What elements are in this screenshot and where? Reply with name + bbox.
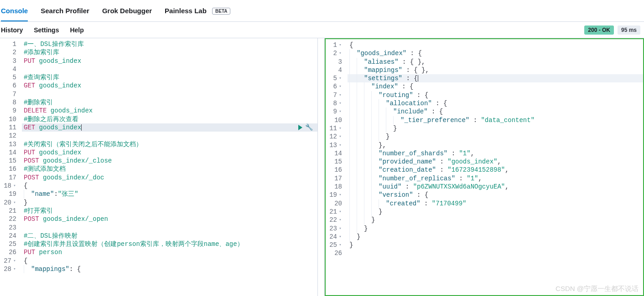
code-line[interactable]: }: [22, 199, 317, 207]
response-line: "settings" : {: [348, 74, 643, 82]
gutter-line: 14: [326, 149, 342, 158]
gutter-line: 21: [0, 207, 16, 215]
gutter-line: 13: [0, 140, 16, 148]
code-line[interactable]: #一、DSL操作索引库: [22, 40, 317, 48]
code-line[interactable]: #查询索引库: [22, 73, 317, 82]
gutter-line: 5: [0, 73, 16, 82]
response-line: "version" : {: [348, 191, 643, 199]
fold-icon[interactable]: ▾: [338, 49, 342, 57]
fold-icon[interactable]: ▾: [338, 99, 342, 107]
request-editor[interactable]: 123456789101112131415161718▾1920▾2122232…: [0, 38, 317, 296]
code-line[interactable]: PUT goods_index: [22, 148, 317, 157]
response-line: "aliases" : { },: [348, 58, 643, 66]
fold-icon[interactable]: ▾: [13, 265, 16, 273]
code-line[interactable]: "mappings": {: [22, 265, 317, 273]
status-group: 200 - OK 95 ms: [584, 26, 644, 35]
code-line[interactable]: POST goods_index/_close: [22, 157, 317, 165]
response-line: "number_of_shards" : "1",: [348, 149, 643, 158]
gutter-line: 7▾: [326, 91, 342, 99]
beta-badge: BETA: [212, 8, 230, 15]
response-line: "number_of_replicas" : "1",: [348, 174, 643, 183]
code-line[interactable]: #二、DSL操作映射: [22, 232, 317, 240]
fold-icon[interactable]: ▾: [338, 241, 342, 249]
pane-divider[interactable]: [317, 38, 325, 296]
code-line[interactable]: #删除索引: [22, 98, 317, 107]
code-line[interactable]: #删除之后再次查看: [22, 115, 317, 123]
code-line[interactable]: #关闭索引（索引关闭之后不能添加文档）: [22, 140, 317, 148]
tab-painless-label: Painless Lab: [165, 7, 207, 15]
gutter-line: 4: [0, 65, 16, 73]
fold-icon[interactable]: ▾: [338, 82, 342, 91]
editor-code[interactable]: #一、DSL操作索引库#添加索引库PUT goods_index#查询索引库GE…: [20, 38, 317, 296]
gutter-line: 3: [326, 58, 342, 66]
gutter-line: 24: [0, 232, 16, 240]
wrench-icon[interactable]: 🔧: [305, 123, 313, 132]
gutter-line: 25▾: [326, 241, 342, 249]
gutter-line: 24▾: [326, 233, 342, 241]
fold-icon[interactable]: ▾: [338, 233, 342, 241]
code-line[interactable]: [22, 132, 317, 140]
code-line[interactable]: POST goods_index/_doc: [22, 174, 317, 182]
fold-icon[interactable]: ▾: [13, 257, 16, 265]
gutter-line: 23▾: [326, 225, 342, 233]
fold-icon[interactable]: ▾: [338, 225, 342, 233]
code-line[interactable]: [22, 90, 317, 98]
code-line[interactable]: GET goods_index: [22, 82, 317, 90]
code-line[interactable]: #打开索引: [22, 207, 317, 215]
gutter-line: 23: [0, 224, 16, 232]
code-line[interactable]: [22, 224, 317, 232]
fold-icon[interactable]: ▾: [338, 107, 342, 116]
code-line[interactable]: DELETE goods_index: [22, 107, 317, 115]
fold-icon[interactable]: ▾: [338, 74, 342, 82]
tab-console[interactable]: Console: [1, 0, 28, 21]
response-line: "allocation" : {: [348, 99, 643, 107]
gutter-line: 11: [0, 123, 16, 132]
response-line: "uuid" : "p6ZWNUTXSXWd6aNOgcyuEA",: [348, 183, 643, 191]
gutter-line: 15: [0, 157, 16, 165]
fold-icon[interactable]: ▾: [338, 133, 342, 141]
tab-search-profiler[interactable]: Search Profiler: [41, 0, 89, 21]
fold-icon[interactable]: ▾: [338, 124, 342, 133]
code-line[interactable]: [22, 65, 317, 73]
code-line[interactable]: POST goods_index/_open: [22, 215, 317, 223]
fold-icon[interactable]: ▾: [338, 91, 342, 99]
fold-icon[interactable]: ▾: [338, 216, 342, 224]
menu-help[interactable]: Help: [65, 26, 90, 34]
secondary-menu-bar: History Settings Help 200 - OK 95 ms: [0, 22, 644, 38]
code-line[interactable]: "name":"张三": [22, 190, 317, 198]
gutter-line: 9: [0, 107, 16, 115]
code-line[interactable]: #创建索引库并且设置映射（创建person索引库，映射两个字段name、age）: [22, 240, 317, 248]
menu-history[interactable]: History: [0, 26, 29, 34]
code-line[interactable]: {: [22, 257, 317, 265]
fold-icon[interactable]: ▾: [338, 41, 342, 49]
fold-icon[interactable]: ▾: [13, 182, 16, 190]
tab-grok-debugger[interactable]: Grok Debugger: [102, 0, 152, 21]
run-request-icon[interactable]: [298, 125, 302, 130]
fold-icon[interactable]: ▾: [338, 191, 342, 199]
gutter-line: 9▾: [326, 107, 342, 116]
response-line: }: [348, 216, 643, 224]
gutter-line: 1▾: [326, 41, 342, 49]
code-line[interactable]: #添加索引库: [22, 48, 317, 56]
code-line[interactable]: #测试添加文档: [22, 165, 317, 173]
response-line: "routing" : {: [348, 91, 643, 99]
code-line[interactable]: {: [22, 182, 317, 190]
gutter-line: 6▾: [326, 82, 342, 91]
gutter-line: 20: [326, 199, 342, 208]
code-line[interactable]: PUT goods_index: [22, 57, 317, 65]
fold-icon[interactable]: ▾: [338, 141, 342, 149]
code-line[interactable]: PUT person: [22, 248, 317, 256]
gutter-line: 12▾: [326, 133, 342, 141]
code-line[interactable]: GET goods_index🔧: [22, 123, 317, 132]
gutter-line: 15: [326, 158, 342, 166]
gutter-line: 5▾: [326, 74, 342, 82]
menu-settings[interactable]: Settings: [29, 26, 65, 34]
gutter-line: 7: [0, 90, 16, 98]
response-line: }: [348, 241, 643, 249]
fold-icon[interactable]: ▾: [13, 199, 16, 207]
fold-icon[interactable]: ▾: [338, 208, 342, 216]
response-viewer[interactable]: 1▾2▾345▾6▾7▾8▾9▾1011▾12▾13▾141516171819▾…: [325, 38, 644, 296]
response-line: },: [348, 141, 643, 149]
tab-painless-lab[interactable]: Painless Lab BETA: [165, 0, 230, 21]
response-line: }: [348, 124, 643, 133]
